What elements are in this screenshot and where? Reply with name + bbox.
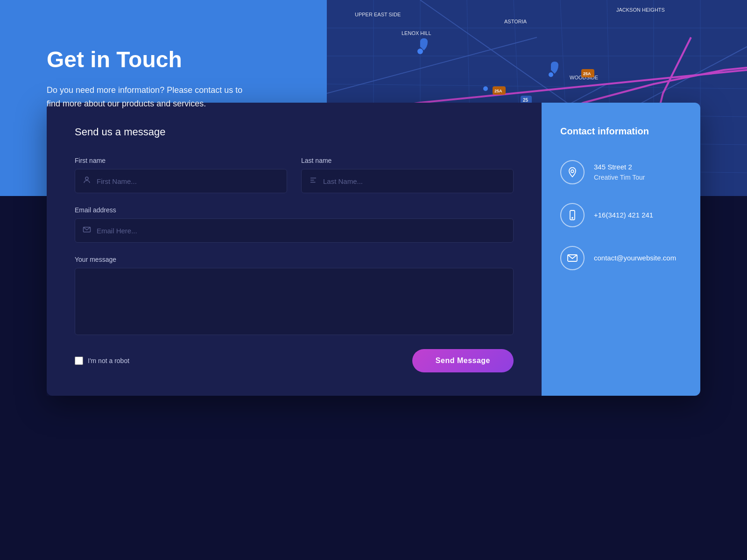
email-input-wrapper: [75, 218, 514, 243]
svg-point-38: [85, 177, 88, 180]
svg-text:25A: 25A: [583, 71, 591, 76]
info-panel: Contact information 345 Street 2 Creativ…: [542, 103, 700, 396]
email-label: Email address: [75, 206, 514, 214]
robot-checkbox[interactable]: [75, 357, 83, 365]
email-contact-icon: [567, 252, 578, 264]
contact-email-text: contact@yourwebsite.com: [594, 253, 676, 264]
email-input[interactable]: [97, 227, 506, 235]
message-textarea[interactable]: [83, 275, 506, 326]
location-icon-circle: [560, 160, 585, 184]
hero-title: Get in Touch: [47, 47, 257, 72]
svg-point-30: [549, 72, 553, 77]
svg-text:25: 25: [523, 98, 529, 103]
phone-icon: [567, 210, 578, 221]
message-textarea-wrapper: [75, 268, 514, 335]
first-name-group: First name: [75, 157, 287, 193]
form-panel: Send us a message First name: [47, 103, 542, 396]
svg-text:UPPER EAST SIDE: UPPER EAST SIDE: [355, 12, 401, 17]
message-group: Your message: [75, 256, 514, 335]
contact-card: Send us a message First name: [47, 103, 700, 396]
svg-point-29: [417, 49, 423, 54]
contact-email-address: contact@yourwebsite.com: [594, 254, 676, 262]
person-icon: [83, 176, 91, 186]
phone-icon-circle: [560, 203, 585, 227]
svg-text:ASTORIA: ASTORIA: [504, 19, 527, 24]
email-icon-circle: [560, 246, 585, 270]
form-title: Send us a message: [75, 126, 514, 138]
first-name-input-wrapper: [75, 169, 287, 193]
phone-item: +16(3412) 421 241: [560, 203, 682, 227]
email-row: Email address: [75, 206, 514, 243]
svg-point-46: [572, 217, 573, 218]
robot-label: I'm not a robot: [88, 357, 129, 364]
name-row: First name Last name: [75, 157, 514, 193]
last-name-group: Last name: [301, 157, 514, 193]
address-text: 345 Street 2 Creative Tim Tour: [594, 162, 645, 182]
svg-text:25A: 25A: [494, 89, 502, 93]
location-pin-icon: [567, 167, 578, 178]
message-label: Your message: [75, 256, 514, 263]
email-group: Email address: [75, 206, 514, 243]
phone-text: +16(3412) 421 241: [594, 210, 653, 221]
hero-text-block: Get in Touch Do you need more informatio…: [47, 47, 257, 111]
email-contact-item: contact@yourwebsite.com: [560, 246, 682, 270]
phone-number: +16(3412) 421 241: [594, 211, 653, 219]
text-icon: [309, 176, 317, 186]
first-name-input[interactable]: [97, 177, 279, 185]
last-name-input[interactable]: [323, 177, 506, 185]
last-name-label: Last name: [301, 157, 514, 164]
contact-info-title: Contact information: [560, 126, 682, 137]
address-line1: 345 Street 2: [594, 162, 645, 173]
robot-check-group: I'm not a robot: [75, 357, 129, 365]
message-row: Your message: [75, 256, 514, 335]
address-item: 345 Street 2 Creative Tim Tour: [560, 160, 682, 184]
address-line2: Creative Tim Tour: [594, 173, 645, 182]
envelope-icon: [83, 225, 91, 236]
svg-point-43: [571, 170, 574, 173]
hero-subtitle: Do you need more information? Please con…: [47, 84, 257, 111]
bottom-section: Send us a message First name: [0, 196, 747, 560]
send-message-button[interactable]: Send Message: [412, 349, 514, 372]
first-name-label: First name: [75, 157, 287, 164]
form-footer: I'm not a robot Send Message: [75, 349, 514, 372]
svg-text:LENOX HILL: LENOX HILL: [402, 30, 431, 36]
svg-point-31: [483, 86, 488, 91]
svg-text:JACKSON HEIGHTS: JACKSON HEIGHTS: [616, 7, 665, 13]
last-name-input-wrapper: [301, 169, 514, 193]
